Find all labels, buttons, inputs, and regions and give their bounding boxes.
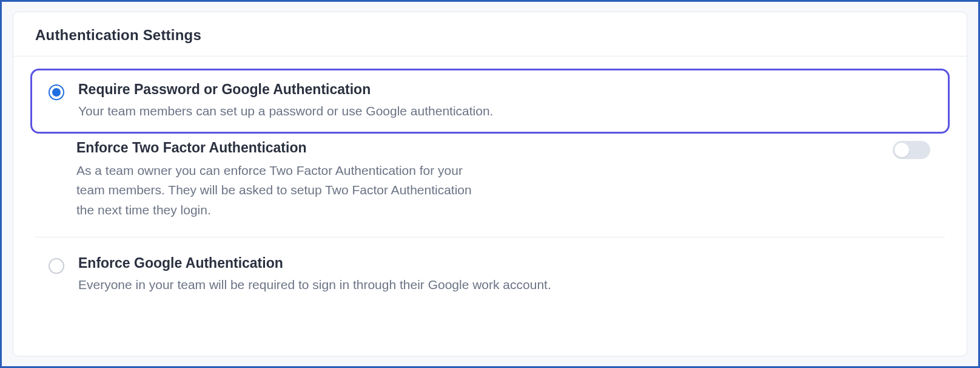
option-text: Require Password or Google Authenticatio… (78, 81, 932, 121)
page-frame: Authentication Settings Require Password… (0, 0, 980, 368)
two-factor-description: As a team owner you can enforce Two Fact… (76, 161, 477, 220)
radio-password-or-google[interactable] (48, 84, 65, 101)
toggle-knob-icon (894, 143, 909, 157)
radio-outer-icon (49, 84, 64, 100)
card-body: Require Password or Google Authenticatio… (13, 56, 967, 313)
two-factor-toggle[interactable] (893, 141, 930, 159)
auth-option-password-or-google[interactable]: Require Password or Google Authenticatio… (30, 69, 950, 134)
auth-settings-card: Authentication Settings Require Password… (13, 12, 967, 356)
two-factor-sub-option: Enforce Two Factor Authentication As a t… (61, 137, 946, 237)
radio-outer-icon (49, 258, 64, 274)
two-factor-text: Enforce Two Factor Authentication As a t… (76, 140, 881, 220)
auth-option-enforce-google[interactable]: Enforce Google Authentication Everyone i… (30, 237, 950, 313)
two-factor-title: Enforce Two Factor Authentication (76, 140, 881, 156)
option-description: Everyone in your team will be required t… (78, 275, 624, 295)
option-text: Enforce Google Authentication Everyone i… (78, 255, 932, 295)
radio-dot-icon (52, 88, 61, 97)
card-header: Authentication Settings (13, 12, 967, 56)
radio-enforce-google[interactable] (48, 257, 65, 274)
card-title: Authentication Settings (35, 27, 945, 44)
two-factor-toggle-wrap (893, 141, 930, 159)
option-title: Require Password or Google Authenticatio… (78, 81, 932, 98)
option-description: Your team members can set up a password … (78, 101, 624, 121)
option-title: Enforce Google Authentication (78, 255, 932, 271)
